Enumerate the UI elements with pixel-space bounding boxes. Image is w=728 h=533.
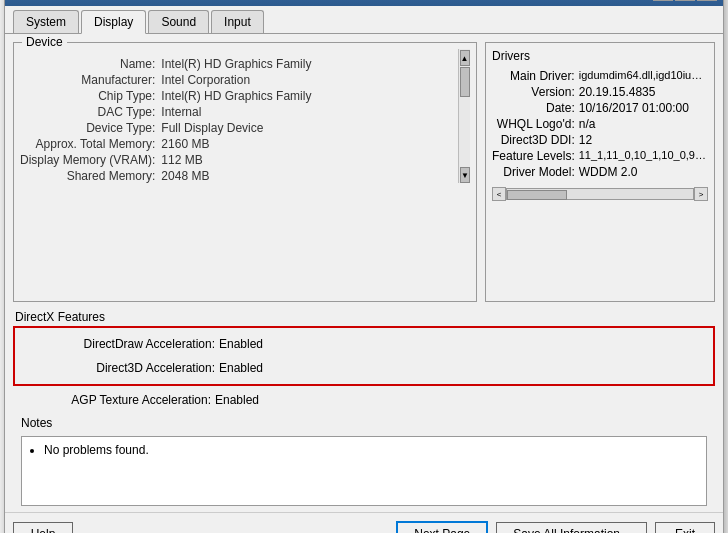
- device-mfr-label: Manufacturer:: [20, 73, 155, 87]
- device-label: Device: [22, 35, 67, 49]
- device-mfr-value: Intel Corporation: [161, 73, 470, 87]
- notes-section: Notes No problems found.: [13, 416, 715, 506]
- whql-value: n/a: [579, 117, 708, 131]
- date-value: 10/16/2017 01:00:00: [579, 101, 708, 115]
- direct3d-value: Enabled: [219, 361, 263, 375]
- directdraw-value: Enabled: [219, 337, 263, 351]
- agp-row: AGP Texture Acceleration: Enabled: [21, 390, 715, 410]
- tab-display[interactable]: Display: [81, 10, 146, 34]
- direct3d-row: Direct3D Acceleration: Enabled: [25, 358, 703, 378]
- notes-list: No problems found.: [44, 441, 700, 459]
- help-button[interactable]: Help: [13, 522, 73, 533]
- save-all-button[interactable]: Save All Information...: [496, 522, 647, 533]
- driver-model-label: Driver Model:: [492, 165, 575, 179]
- main-window: DX DirectX Diagnostic Tool − □ ✕ System …: [4, 0, 724, 533]
- title-buttons: − □ ✕: [653, 0, 717, 1]
- bottom-bar: Help Next Page Save All Information... E…: [5, 512, 723, 533]
- close-button[interactable]: ✕: [697, 0, 717, 1]
- directx-features-section: DirectX Features DirectDraw Acceleration…: [13, 310, 715, 410]
- driver-model-value: WDDM 2.0: [579, 165, 708, 179]
- maximize-button[interactable]: □: [675, 0, 695, 1]
- tab-system[interactable]: System: [13, 10, 79, 33]
- horiz-thumb: [507, 190, 567, 200]
- version-label: Version:: [492, 85, 575, 99]
- device-chip-label: Chip Type:: [20, 89, 155, 103]
- agp-value: Enabled: [215, 393, 259, 407]
- device-type-value: Full Display Device: [161, 121, 470, 135]
- horiz-scrollbar[interactable]: [506, 188, 694, 200]
- device-totalmem-label: Approx. Total Memory:: [20, 137, 155, 151]
- device-name-value: Intel(R) HD Graphics Family: [161, 57, 470, 71]
- whql-label: WHQL Logo'd:: [492, 117, 575, 131]
- main-driver-value: igdumdim64.dll,igd10iumd64.dll,igd10i: [579, 69, 708, 83]
- scroll-left-button[interactable]: <: [492, 187, 506, 201]
- device-vram-label: Display Memory (VRAM):: [20, 153, 155, 167]
- d3d-ddi-label: Direct3D DDI:: [492, 133, 575, 147]
- agp-label: AGP Texture Acceleration:: [21, 393, 211, 407]
- device-dac-value: Internal: [161, 105, 470, 119]
- minimize-button[interactable]: −: [653, 0, 673, 1]
- tab-sound[interactable]: Sound: [148, 10, 209, 33]
- device-dac-label: DAC Type:: [20, 105, 155, 119]
- directdraw-label: DirectDraw Acceleration:: [25, 337, 215, 351]
- device-shared-value: 2048 MB: [161, 169, 470, 183]
- notes-label: Notes: [21, 416, 707, 430]
- device-chip-value: Intel(R) HD Graphics Family: [161, 89, 470, 103]
- tab-input[interactable]: Input: [211, 10, 264, 33]
- device-totalmem-value: 2160 MB: [161, 137, 470, 151]
- main-content: Device Name: Intel(R) HD Graphics Family…: [5, 34, 723, 310]
- tab-bar: System Display Sound Input: [5, 6, 723, 34]
- device-vram-value: 112 MB: [161, 153, 470, 167]
- d3d-ddi-value: 12: [579, 133, 708, 147]
- device-shared-label: Shared Memory:: [20, 169, 155, 183]
- exit-button[interactable]: Exit: [655, 522, 715, 533]
- feature-levels-label: Feature Levels:: [492, 149, 575, 163]
- scroll-right-button[interactable]: >: [694, 187, 708, 201]
- main-driver-label: Main Driver:: [492, 69, 575, 83]
- device-info-grid: Name: Intel(R) HD Graphics Family Manufa…: [20, 57, 470, 183]
- vertical-scrollbar[interactable]: ▲ ▼: [458, 49, 470, 183]
- device-name-label: Name:: [20, 57, 155, 71]
- direct3d-label: Direct3D Acceleration:: [25, 361, 215, 375]
- device-scroll-area: Name: Intel(R) HD Graphics Family Manufa…: [20, 49, 470, 183]
- date-label: Date:: [492, 101, 575, 115]
- device-panel: Device Name: Intel(R) HD Graphics Family…: [13, 42, 477, 302]
- feature-levels-value: 11_1,11_0,10_1,10_0,9_3,9_2,9_1: [579, 149, 708, 163]
- notes-item: No problems found.: [44, 443, 700, 457]
- notes-box: No problems found.: [21, 436, 707, 506]
- device-type-label: Device Type:: [20, 121, 155, 135]
- drivers-label: Drivers: [492, 49, 708, 63]
- version-value: 20.19.15.4835: [579, 85, 708, 99]
- horiz-scroll-area: < >: [492, 187, 708, 201]
- directx-features-label: DirectX Features: [15, 310, 715, 324]
- drivers-grid: Main Driver: igdumdim64.dll,igd10iumd64.…: [492, 69, 708, 179]
- directdraw-row: DirectDraw Acceleration: Enabled: [25, 334, 703, 354]
- drivers-panel: Drivers Main Driver: igdumdim64.dll,igd1…: [485, 42, 715, 302]
- directx-features-box: DirectDraw Acceleration: Enabled Direct3…: [13, 326, 715, 386]
- next-page-button[interactable]: Next Page: [396, 521, 488, 533]
